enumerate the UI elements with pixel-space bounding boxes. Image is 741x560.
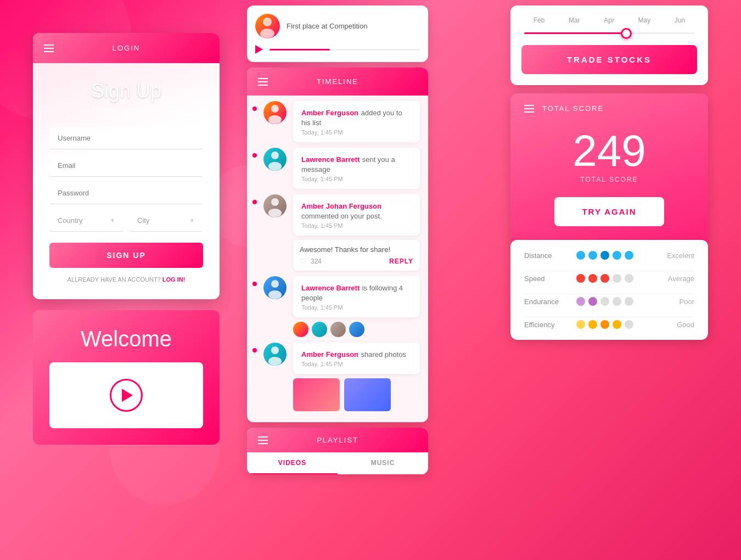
password-input[interactable] bbox=[49, 182, 203, 204]
stat-dot bbox=[625, 297, 633, 306]
list-item: Lawrence Barrett is following 4 people T… bbox=[263, 276, 420, 337]
chart-month: May bbox=[638, 16, 651, 24]
svg-point-9 bbox=[268, 290, 282, 299]
stat-dot bbox=[588, 274, 597, 283]
stat-dot bbox=[613, 320, 621, 329]
play-button-small[interactable] bbox=[255, 45, 263, 54]
chart-months: Feb Mar Apr May Jun bbox=[521, 16, 697, 24]
timeline-hamburger[interactable] bbox=[258, 78, 268, 86]
follower-avatar bbox=[293, 322, 308, 337]
signup-title: Sign Up bbox=[49, 80, 203, 103]
tab-videos[interactable]: VIDEOS bbox=[247, 452, 338, 474]
country-select[interactable]: Country ▼ bbox=[49, 210, 124, 232]
stat-label-efficiency: Efficiency bbox=[524, 321, 568, 329]
hamburger-icon[interactable] bbox=[44, 44, 54, 52]
follower-avatar bbox=[312, 322, 327, 337]
svg-point-5 bbox=[268, 162, 282, 171]
stat-dot bbox=[625, 251, 633, 260]
stat-label-speed: Speed bbox=[524, 275, 568, 283]
try-again-button[interactable]: TRY AGAIN bbox=[554, 197, 664, 226]
list-item: Amber Ferguson shared photos Today, 1:45… bbox=[263, 343, 420, 411]
stat-dot bbox=[588, 320, 597, 329]
email-input[interactable] bbox=[49, 155, 203, 177]
chart-month: Mar bbox=[569, 16, 580, 24]
stat-dot bbox=[588, 251, 597, 260]
stat-dot bbox=[576, 320, 585, 329]
timeline-dot bbox=[252, 153, 257, 158]
svg-point-0 bbox=[263, 18, 272, 26]
music-info: First place at Competition bbox=[287, 22, 367, 30]
music-player-row bbox=[255, 45, 420, 54]
divider bbox=[524, 294, 694, 294]
avatar bbox=[263, 343, 287, 366]
svg-point-4 bbox=[271, 152, 279, 159]
stat-dots-endurance bbox=[576, 297, 648, 306]
right-panel: Feb Mar Apr May Jun TRADE STOCKS TOTAL S… bbox=[510, 0, 708, 340]
score-hamburger-icon[interactable] bbox=[524, 105, 534, 113]
timeline-card: TIMELINE Amber Ferguson added you to his… bbox=[247, 68, 428, 422]
stat-dot bbox=[576, 274, 585, 283]
heart-icon[interactable]: ♡ bbox=[300, 257, 306, 265]
progress-bar[interactable] bbox=[270, 49, 420, 51]
stat-dot bbox=[613, 297, 621, 306]
city-select[interactable]: City ▼ bbox=[129, 210, 203, 232]
login-header: LOGIN bbox=[33, 33, 220, 63]
list-item: Amber Ferguson added you to his list Tod… bbox=[263, 101, 420, 142]
svg-point-11 bbox=[268, 357, 282, 366]
signup-button[interactable]: SIGN UP bbox=[49, 243, 203, 268]
photos-row bbox=[293, 378, 420, 411]
welcome-card: Welcome bbox=[33, 310, 220, 445]
login-link[interactable]: LOG IN! bbox=[162, 276, 186, 283]
list-item: Amber Johan Ferguson commented on your p… bbox=[263, 194, 420, 271]
username-input[interactable] bbox=[49, 127, 203, 149]
follower-avatar bbox=[330, 322, 346, 337]
close-button[interactable]: ✕ bbox=[678, 255, 697, 274]
svg-point-7 bbox=[268, 209, 282, 217]
timeline-header: TIMELINE bbox=[247, 68, 428, 96]
comment-box: Awesome! Thanks for share! ♡ 324 REPLY bbox=[293, 240, 420, 271]
stock-card: Feb Mar Apr May Jun TRADE STOCKS bbox=[510, 5, 708, 85]
stat-rating-speed: Average bbox=[656, 275, 694, 283]
slider-thumb[interactable] bbox=[621, 28, 632, 39]
stat-rating-endurance: Poor bbox=[656, 298, 694, 306]
stat-dot bbox=[576, 251, 585, 260]
stock-slider[interactable] bbox=[521, 32, 697, 34]
welcome-content bbox=[49, 362, 203, 428]
reply-button[interactable]: REPLY bbox=[389, 257, 413, 265]
stat-dot bbox=[600, 320, 609, 329]
timeline-dot bbox=[252, 282, 257, 286]
playlist-card: PLAYLIST VIDEOS MUSIC bbox=[247, 428, 428, 474]
photo-thumbnail bbox=[344, 378, 391, 411]
score-card: TOTAL SCORE 249 TOTAL SCORE TRY AGAIN Di… bbox=[510, 93, 708, 340]
play-circle[interactable] bbox=[110, 379, 143, 412]
stat-dots-efficiency bbox=[576, 320, 648, 329]
stat-dot bbox=[625, 320, 633, 329]
login-body: Sign Up Material Design UI Kit Country ▼… bbox=[33, 63, 220, 299]
stat-dot bbox=[613, 251, 621, 260]
photo-thumbnail bbox=[293, 378, 340, 411]
divider bbox=[524, 317, 694, 317]
stat-label-distance: Distance bbox=[524, 251, 568, 260]
playlist-header: PLAYLIST bbox=[247, 428, 428, 452]
stat-label-endurance: Endurance bbox=[524, 298, 568, 306]
playlist-hamburger[interactable] bbox=[258, 436, 268, 444]
timeline-content-card: Lawrence Barrett sent you a message Toda… bbox=[293, 148, 420, 189]
svg-point-6 bbox=[271, 198, 279, 206]
stat-dot bbox=[600, 251, 609, 260]
login-link-text: ALLREADY HAVE AN ACCOUNT? LOG IN! bbox=[49, 276, 203, 283]
stat-dot bbox=[600, 274, 609, 283]
artist-avatar bbox=[255, 14, 280, 38]
svg-point-8 bbox=[271, 280, 279, 288]
tab-music[interactable]: MUSIC bbox=[338, 452, 428, 474]
stat-dot bbox=[588, 297, 597, 306]
trade-stocks-button[interactable]: TRADE STOCKS bbox=[521, 45, 697, 74]
stat-row-efficiency: Efficiency Good bbox=[524, 320, 694, 329]
stat-dot bbox=[613, 274, 621, 283]
location-fields: Country ▼ City ▼ bbox=[49, 210, 203, 232]
music-card-top: First place at Competition bbox=[247, 5, 428, 62]
avatar bbox=[263, 276, 287, 299]
music-artist-row: First place at Competition bbox=[255, 14, 420, 38]
timeline-content-card: Lawrence Barrett is following 4 people T… bbox=[293, 276, 420, 317]
score-number: 249 bbox=[510, 118, 708, 176]
avatar bbox=[263, 101, 287, 124]
